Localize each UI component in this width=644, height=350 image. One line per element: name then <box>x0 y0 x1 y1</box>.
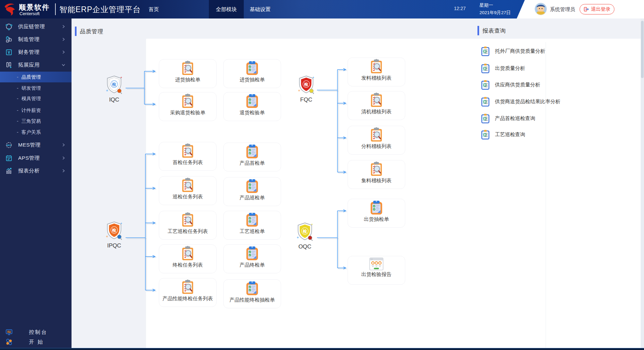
report-item-label: 供货商送货品检结果比率分析 <box>495 99 560 105</box>
chevron-right-icon <box>61 156 65 160</box>
sidebar-subitem-label: 模具管理 <box>21 95 41 102</box>
sidebar-subitem-mold[interactable]: -模具管理 <box>0 93 72 104</box>
sidebar-item-label: 报表分析 <box>18 167 61 174</box>
start-icon <box>5 338 15 346</box>
flow-node-fqc-t3[interactable]: 分料稽核列表 <box>348 126 405 155</box>
flow-node-oqc-f1[interactable]: 出货抽检单 <box>348 199 405 228</box>
svg-text:✦: ✦ <box>120 222 123 225</box>
flow-node-label: 出货抽检单 <box>364 216 389 223</box>
flow-node-ipqc-t4[interactable]: 终检任务列表 <box>159 244 217 273</box>
flow-node-ipqc-t2[interactable]: 巡检任务列表 <box>159 176 217 205</box>
reports-title-accent-bar <box>477 26 479 35</box>
dash-bullet: - <box>17 74 18 80</box>
flow-node-label: 采购退货检验单 <box>170 110 205 116</box>
sidebar-subitem-label: 计件薪资 <box>21 107 41 114</box>
dash-bullet: - <box>17 129 18 135</box>
flow-node-label: 进货抽检单 <box>240 77 265 83</box>
report-query-icon <box>481 96 490 107</box>
flow-node-ipqc-f1[interactable]: 产品首检单 <box>223 143 281 171</box>
logout-button[interactable]: 退出登录 <box>580 4 614 14</box>
chevron-down-icon <box>61 63 65 67</box>
flow-shield-iqc: 检 ✦ + IQC <box>92 75 136 103</box>
clipboard-search-icon <box>181 212 195 228</box>
flow-shield-label: IQC <box>109 96 119 103</box>
sidebar-subitem-quality[interactable]: -品质管理 <box>0 72 72 82</box>
sidebar-item-extensions[interactable]: 拓展应用 <box>0 59 72 71</box>
sidebar-subitem-piece-wage[interactable]: -计件薪资 <box>0 105 72 116</box>
report-item-1[interactable]: 出货质量分析 <box>481 60 635 76</box>
flow-node-iqc-f1[interactable]: 进货抽检单 <box>223 59 281 88</box>
flow-node-label: 产品巡检单 <box>240 195 265 201</box>
report-query-icon <box>481 80 490 90</box>
erp-app: 顺景软件 Centersoft 智能ERP企业管理平台 首页全部模块基础设置 1… <box>0 0 644 350</box>
flow-node-ipqc-f4[interactable]: 产品终检单 <box>223 244 281 273</box>
flow-node-label: 发料稽核列表 <box>361 75 392 81</box>
sidebar-subitem-crm[interactable]: -客户关系 <box>0 127 72 138</box>
username-text: 系统管理员 <box>550 6 575 13</box>
flow-node-ipqc-t1[interactable]: 首检任务列表 <box>159 142 217 171</box>
svg-text:✦: ✦ <box>120 76 123 79</box>
report-window-icon <box>369 257 384 271</box>
sidebar-item-manufacturing[interactable]: 制造管理 <box>0 33 72 46</box>
flow-shield-fqc: 检 ✦ + FQC <box>284 75 328 103</box>
topbar-tab-1[interactable]: 全部模块 <box>209 0 244 18</box>
flow-node-fqc-t1[interactable]: 发料稽核列表 <box>348 57 405 86</box>
topbar-tab-2[interactable]: 基础设置 <box>243 0 278 18</box>
report-query-icon <box>481 46 490 56</box>
report-query-icon <box>481 63 490 74</box>
svg-text:检: 检 <box>112 82 117 87</box>
sidebar-subitem-triangle-trade[interactable]: -三角贸易 <box>0 116 72 126</box>
report-item-2[interactable]: 供应商供货质量分析 <box>481 77 635 93</box>
report-analysis-icon <box>5 167 15 174</box>
report-item-label: 供应商供货质量分析 <box>495 82 540 88</box>
flow-shield-label: OQC <box>298 243 312 250</box>
flow-node-ipqc-f2[interactable]: 产品巡检单 <box>223 177 281 206</box>
flow-node-iqc-f2[interactable]: 退货检验单 <box>223 92 281 121</box>
sidebar-item-label: APS管理 <box>18 155 61 162</box>
flow-node-label: 首检任务列表 <box>173 159 203 166</box>
logo-divider <box>55 3 56 15</box>
sidebar-footer-start[interactable]: 开 始 <box>0 336 72 348</box>
sidebar-item-aps[interactable]: APS管理 <box>0 152 72 164</box>
flow-node-ipqc-f5[interactable]: 产品性能终检抽检单 <box>223 279 281 308</box>
flow-node-iqc-t2[interactable]: 采购退货检验单 <box>159 92 217 121</box>
sidebar-item-finance[interactable]: 财务管理 <box>0 46 72 59</box>
avatar[interactable] <box>535 3 547 16</box>
flow-node-label: 分料稽核列表 <box>361 143 392 150</box>
report-item-4[interactable]: 产品首检巡检查询 <box>481 110 635 126</box>
clipboard-search-icon <box>181 93 195 109</box>
flow-node-fqc-t4[interactable]: 集料稽核列表 <box>348 160 405 189</box>
report-item-5[interactable]: 工艺巡检查询 <box>481 126 635 143</box>
clipboard-form-icon <box>245 212 259 228</box>
svg-text:✦: ✦ <box>311 223 313 226</box>
weekday-text: 星期一 <box>479 2 493 8</box>
sidebar-item-report-analysis[interactable]: 报表分析 <box>0 164 72 177</box>
flow-node-label: 进货抽检单 <box>175 77 200 83</box>
flow-node-fqc-t2[interactable]: 清机稽核列表 <box>348 91 405 120</box>
scrollbar-track[interactable] <box>641 18 644 350</box>
chevron-right-icon <box>61 25 65 29</box>
flow-node-iqc-t1[interactable]: 进货抽检单 <box>159 59 217 88</box>
topbar-tab-0[interactable]: 首页 <box>136 0 171 18</box>
flow-shield-oqc: 检 ✦ + OQC <box>283 222 327 250</box>
clipboard-search-icon <box>181 178 195 193</box>
flow-node-oqc-r1[interactable]: 出货检验报告 <box>348 256 405 285</box>
sidebar-footer-label: 控制台 <box>29 329 72 336</box>
report-item-3[interactable]: 供货商送货品检结果比率分析 <box>481 93 635 110</box>
bottom-bar <box>0 348 644 350</box>
flow-node-label: 退货检验单 <box>240 110 265 116</box>
report-item-0[interactable]: 托外厂商供货质量分析 <box>481 43 635 59</box>
sidebar-item-supply-chain[interactable]: 供应链管理 <box>0 20 72 33</box>
flow-shield-label: FQC <box>300 96 312 103</box>
flow-node-ipqc-t5[interactable]: 产品性能终检任务列表 <box>159 278 217 307</box>
supply-chain-icon <box>5 23 15 30</box>
sidebar-item-label: 拓展应用 <box>18 62 61 69</box>
sidebar-item-mes[interactable]: MES MES管理 <box>0 139 72 151</box>
svg-text:MES: MES <box>7 144 11 146</box>
scrollbar-thumb[interactable] <box>641 21 644 78</box>
sidebar-subitem-rd[interactable]: -研发管理 <box>0 83 72 93</box>
flow-node-ipqc-f3[interactable]: 工艺巡检单 <box>223 211 281 240</box>
report-item-label: 出货质量分析 <box>495 65 525 72</box>
flow-node-ipqc-t3[interactable]: 工艺巡检任务列表 <box>159 211 217 240</box>
sidebar-item-label: 制造管理 <box>18 36 61 43</box>
